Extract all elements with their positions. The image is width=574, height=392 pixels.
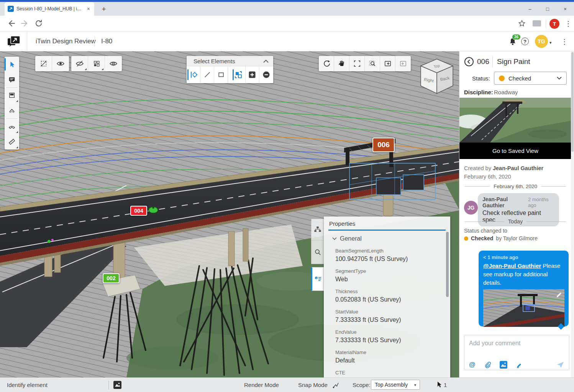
issue-marker-004[interactable]: 004 — [130, 206, 147, 216]
status-bar: Identify element Render Mode Snap Mode S… — [0, 377, 574, 392]
viewport[interactable]: Select Elements — [0, 51, 459, 377]
snap-mode-icon[interactable] — [332, 381, 339, 389]
refresh-icon[interactable] — [34, 19, 43, 28]
tool-prompt: Identify element — [7, 382, 48, 388]
issue-marker-002[interactable]: 002 — [103, 273, 120, 283]
add-to-selection-button[interactable] — [246, 66, 259, 83]
search-tab[interactable] — [311, 240, 324, 264]
reply-mention[interactable]: @Jean-Paul Gauthier — [483, 262, 541, 269]
road-view-tool-button[interactable] — [5, 119, 19, 134]
created-line: Created by Jean-Paul Gauthier February 6… — [464, 164, 566, 181]
previous-view-button[interactable] — [380, 56, 395, 71]
marker-label: 004 — [134, 208, 143, 214]
scope-select[interactable]: Top Assembly ▾ — [371, 380, 420, 390]
tab-close-icon[interactable]: × — [86, 6, 91, 12]
box-select-button[interactable] — [214, 66, 228, 83]
scope-value: Top Assembly — [375, 382, 411, 388]
issue-marker-006[interactable]: 006 — [372, 138, 395, 152]
issue-sidebar: 006 Sign Paint Status: Checked Disciplin… — [459, 51, 574, 377]
app-menu-icon[interactable]: ⋮ — [561, 38, 568, 46]
measure-tool-button[interactable] — [5, 134, 19, 149]
back-icon[interactable] — [464, 57, 474, 67]
attach-icon[interactable] — [484, 361, 491, 369]
mention-icon[interactable]: @ — [469, 361, 476, 369]
screen: Session I-80_I-Model_HUB | iTwin × + – □… — [0, 0, 574, 392]
line-select-button[interactable] — [200, 66, 214, 83]
pan-tool-button[interactable] — [334, 56, 349, 71]
properties-section-general[interactable]: General — [332, 235, 450, 242]
insert-image-icon[interactable] — [500, 361, 507, 369]
itwin-favicon-icon — [8, 6, 14, 12]
issue-title-divider — [492, 56, 493, 67]
clear-isolate-button[interactable] — [35, 56, 52, 71]
visibility-toolbar-1 — [35, 56, 69, 71]
pick-element-button[interactable] — [187, 66, 200, 83]
remove-from-selection-button[interactable] — [259, 66, 273, 83]
properties-accent-line — [328, 230, 446, 231]
comment-input[interactable] — [464, 335, 569, 358]
close-button[interactable]: × — [556, 2, 574, 16]
show-all-eye-button[interactable] — [52, 56, 69, 71]
render-mode-control[interactable]: Render Mode — [244, 382, 279, 388]
select-elements-header[interactable]: Select Elements — [187, 56, 273, 66]
properties-scrollbar[interactable] — [446, 232, 449, 297]
properties-tab[interactable]: i — [311, 267, 324, 291]
properties-panel: Properties General BeamSegmentLength 100… — [324, 217, 450, 377]
maximize-button[interactable]: □ — [539, 2, 556, 16]
zoom-window-button[interactable] — [365, 56, 380, 71]
user-avatar[interactable]: TG — [535, 35, 548, 48]
sidebar-scrollbar-thumb[interactable] — [571, 52, 574, 152]
clip-plane-tool-button[interactable] — [5, 103, 19, 118]
saved-view-thumbnail — [459, 98, 571, 143]
model-tree-tab[interactable] — [311, 219, 324, 240]
minimize-button[interactable]: – — [521, 2, 539, 16]
bookmark-star-icon[interactable] — [518, 20, 526, 27]
view-cube[interactable]: Top Right Back — [418, 57, 456, 96]
status-dropdown[interactable]: Checked — [494, 72, 567, 85]
browser-tab[interactable]: Session I-80_I-Model_HUB | iTwin × — [5, 2, 94, 16]
notification-count-badge: 26 — [512, 34, 521, 40]
comment-tool-button[interactable] — [5, 72, 19, 87]
reply-markup-thumbnail[interactable] — [483, 289, 564, 327]
browser-profile-avatar[interactable]: T — [549, 19, 559, 29]
status-dot-icon — [499, 75, 505, 81]
comment-input-box: @ — [464, 335, 569, 370]
comment-author: Jean-Paul Gauthier — [482, 196, 525, 208]
markup-pencil-icon[interactable] — [555, 291, 562, 298]
hide-elements-button[interactable] — [71, 56, 88, 71]
help-icon[interactable]: ? — [521, 38, 529, 45]
next-view-button[interactable] — [395, 56, 411, 71]
notifications-bell-icon[interactable]: 26 — [508, 37, 517, 46]
scope-caret-icon: ▾ — [414, 383, 416, 387]
emphasize-eye-button[interactable] — [105, 56, 122, 71]
orbit-tool-button[interactable] — [319, 56, 334, 71]
snap-mode-control[interactable]: Snap Mode — [298, 382, 328, 388]
fit-view-button[interactable] — [349, 56, 365, 71]
saved-view-card[interactable]: Go to Saved View — [459, 98, 571, 159]
created-date: February 6th, 2020 — [464, 174, 511, 180]
send-icon[interactable] — [556, 361, 564, 369]
replace-selection-button[interactable] — [232, 66, 246, 83]
select-tool-button[interactable] — [5, 57, 19, 72]
collapse-chevron-icon[interactable] — [263, 59, 269, 63]
go-to-saved-view-button[interactable]: Go to Saved View — [492, 148, 538, 154]
isolate-elements-button[interactable] — [88, 56, 105, 71]
new-tab-button[interactable]: + — [99, 5, 109, 14]
extension-icon[interactable] — [533, 20, 541, 26]
discipline-label: Discipline: — [464, 89, 493, 95]
back-icon[interactable] — [7, 19, 15, 28]
browser-menu-icon[interactable]: ⋮ — [565, 20, 572, 28]
title-divider — [95, 36, 95, 46]
markup-icon[interactable] — [516, 361, 523, 369]
browser-toolbar: review.itwin.bentley.com/review/0018f2e5… — [0, 16, 574, 31]
reply-bubble: < 1 minute ago @Jean-Paul Gauthier Pleas… — [479, 251, 569, 326]
section-tool-button[interactable] — [5, 88, 19, 103]
sidebar-scrollbar[interactable] — [571, 51, 574, 377]
user-caret-down-icon[interactable]: ▾ — [549, 40, 552, 45]
status-value: Checked — [508, 75, 553, 82]
forward-icon[interactable] — [21, 19, 29, 28]
reply-time: < 1 minute ago — [483, 254, 564, 260]
itwin-logo-icon[interactable] — [7, 35, 21, 48]
snapshot-image-icon[interactable] — [113, 381, 121, 389]
divider-line — [541, 186, 566, 187]
